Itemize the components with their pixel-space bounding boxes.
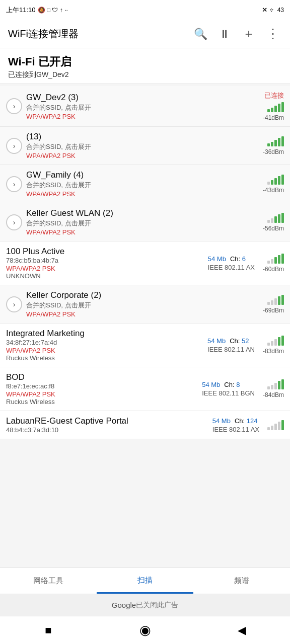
- signal-strength: -84dBm: [263, 391, 284, 398]
- network-security: WPA/WPA2 PSK: [26, 310, 259, 318]
- back-button[interactable]: ◀: [232, 620, 252, 640]
- list-item[interactable]: › GW_Dev2 (3) 合并的SSID, 点击展开 WPA/WPA2 PSK…: [0, 86, 290, 127]
- status-left: 上午11:10 🔕 □ 🛡 ↑ ··: [6, 6, 68, 15]
- list-item[interactable]: 100 Plus Active 78:8c:b5:ba:4b:7a WPA/WP…: [0, 242, 290, 285]
- network-right: -43dBm: [263, 175, 284, 194]
- network-mac: 78:8c:b5:ba:4b:7a: [6, 257, 204, 264]
- list-item[interactable]: › (13) 合并的SSID, 点击展开 WPA/WPA2 PSK -36dBm: [0, 127, 290, 165]
- network-right: -83dBm: [263, 336, 284, 355]
- network-subtitle: 合并的SSID, 点击展开: [26, 301, 259, 310]
- network-details: 54 Mb Ch: 124 IEEE 802.11 AX: [212, 417, 259, 433]
- add-button[interactable]: +: [240, 25, 258, 43]
- list-item[interactable]: › Keller Corporate (2) 合并的SSID, 点击展开 WPA…: [0, 285, 290, 324]
- network-standard: IEEE 802.11 AX: [208, 264, 255, 271]
- network-vendor: UNKNOWN: [6, 272, 204, 280]
- status-icons: 🔕 □ 🛡 ↑ ··: [38, 7, 68, 14]
- tab-scan[interactable]: 扫描: [97, 568, 193, 594]
- chevron-right-icon: ›: [13, 300, 16, 308]
- status-battery-icons: ✕ ᯤ 43: [262, 7, 284, 14]
- chevron-right-icon: ›: [13, 102, 16, 110]
- network-speed: 54 Mb: [207, 337, 226, 345]
- network-channel: Ch: 6: [230, 255, 246, 263]
- network-info: LabuanRE-Guest Captive Portal 48:b4:c3:7…: [6, 416, 208, 434]
- network-mac: 34:8f:27:1e:7a:4d: [6, 339, 203, 346]
- list-item[interactable]: › GW_Family (4) 合并的SSID, 点击展开 WPA/WPA2 P…: [0, 165, 290, 203]
- search-button[interactable]: 🔍: [191, 25, 209, 43]
- list-item[interactable]: Integrated Marketing 34:8f:27:1e:7a:4d W…: [0, 324, 290, 367]
- chevron-right-icon: ›: [13, 218, 16, 226]
- app-header: WiFi连接管理器 🔍 ⏸ + ⋮: [0, 20, 290, 48]
- tab-spectrum[interactable]: 频谱: [193, 568, 290, 594]
- signal-strength: -41dBm: [263, 114, 284, 121]
- network-details: 54 Mb Ch: 8 IEEE 802.11 BGN: [202, 381, 255, 397]
- chevron-right-icon: ›: [13, 142, 16, 150]
- network-speed: 54 Mb: [202, 381, 220, 388]
- recents-button[interactable]: ■: [38, 620, 58, 640]
- home-button[interactable]: ◉: [135, 620, 155, 640]
- circle-icon: ◉: [139, 622, 151, 638]
- network-security: WPA/WPA2 PSK: [26, 228, 259, 236]
- expand-button[interactable]: ›: [6, 138, 22, 154]
- pause-button[interactable]: ⏸: [215, 25, 234, 43]
- network-right: -56dBm: [263, 213, 284, 232]
- more-button[interactable]: ⋮: [264, 25, 282, 43]
- ad-bar: Google 已关闭此广告: [0, 594, 290, 616]
- ad-google-text: Google: [112, 601, 136, 609]
- network-mac: 48:b4:c3:7a:3d:10: [6, 426, 208, 434]
- signal-strength: -56dBm: [263, 225, 284, 232]
- status-right: ✕ ᯤ 43: [262, 7, 284, 14]
- wifi-connected-label: 已连接到GW_Dev2: [8, 70, 282, 79]
- list-item[interactable]: BOD f8:e7:1e:ec:ac:f8 WPA/WPA2 PSK Rucku…: [0, 367, 290, 411]
- wifi-on-label: Wi-Fi 已开启: [8, 54, 282, 69]
- network-security: WPA/WPA2 PSK: [26, 113, 259, 120]
- tab-network-tools[interactable]: 网络工具: [0, 568, 97, 594]
- status-time: 上午11:10: [6, 6, 36, 15]
- network-details: 54 Mb Ch: 6 IEEE 802.11 AX: [208, 255, 255, 271]
- network-subtitle: 合并的SSID, 点击展开: [26, 181, 259, 190]
- list-item[interactable]: LabuanRE-Guest Captive Portal 48:b4:c3:7…: [0, 411, 290, 439]
- network-list: › GW_Dev2 (3) 合并的SSID, 点击展开 WPA/WPA2 PSK…: [0, 86, 290, 439]
- network-info: BOD f8:e7:1e:ec:ac:f8 WPA/WPA2 PSK Rucku…: [6, 372, 198, 406]
- network-vendor: Ruckus Wireless: [6, 354, 203, 362]
- network-security: WPA/WPA2 PSK: [26, 190, 259, 198]
- network-speed: 54 Mb: [208, 255, 226, 263]
- network-vendor: Ruckus Wireless: [6, 398, 198, 406]
- network-security: WPA/WPA2 PSK: [6, 347, 203, 354]
- network-security: WPA/WPA2 PSK: [6, 390, 198, 398]
- connected-badge: 已连接: [264, 91, 284, 100]
- chevron-right-icon: ›: [13, 180, 16, 188]
- network-info: 100 Plus Active 78:8c:b5:ba:4b:7a WPA/WP…: [6, 247, 204, 280]
- network-info: GW_Dev2 (3) 合并的SSID, 点击展开 WPA/WPA2 PSK: [26, 93, 259, 120]
- network-standard: IEEE 802.11 AX: [212, 426, 259, 433]
- network-name: Keller Corporate (2): [26, 290, 259, 300]
- signal-bars-icon: [267, 136, 284, 146]
- network-security: WPA/WPA2 PSK: [6, 265, 204, 272]
- network-info: Keller Guest WLAN (2) 合并的SSID, 点击展开 WPA/…: [26, 208, 259, 236]
- expand-button[interactable]: ›: [6, 214, 22, 230]
- signal-bars-icon: [267, 254, 284, 264]
- list-item[interactable]: › Keller Guest WLAN (2) 合并的SSID, 点击展开 WP…: [0, 203, 290, 242]
- app-title: WiFi连接管理器: [8, 27, 185, 41]
- network-channel: Ch: 124: [235, 417, 258, 425]
- signal-bars-icon: [267, 420, 284, 430]
- bottom-tabs: 网络工具 扫描 频谱: [0, 568, 290, 594]
- network-name: (13): [26, 132, 259, 142]
- network-right: -69dBm: [263, 295, 284, 314]
- system-nav-bar: ■ ◉ ◀: [0, 616, 290, 644]
- network-security: WPA/WPA2 PSK: [26, 152, 259, 159]
- network-name: 100 Plus Active: [6, 247, 204, 257]
- signal-bars-icon: [267, 336, 284, 346]
- network-speed: 54 Mb: [212, 417, 231, 425]
- expand-button[interactable]: ›: [6, 176, 22, 192]
- network-name: GW_Dev2 (3): [26, 93, 259, 103]
- network-info: GW_Family (4) 合并的SSID, 点击展开 WPA/WPA2 PSK: [26, 170, 259, 198]
- expand-button[interactable]: ›: [6, 98, 22, 114]
- ad-closed-text: 已关闭此广告: [136, 601, 178, 610]
- expand-button[interactable]: ›: [6, 296, 22, 312]
- network-info: (13) 合并的SSID, 点击展开 WPA/WPA2 PSK: [26, 132, 259, 159]
- network-subtitle: 合并的SSID, 点击展开: [26, 219, 259, 228]
- back-arrow-icon: ◀: [238, 624, 246, 637]
- signal-strength: -83dBm: [263, 348, 284, 355]
- network-subtitle: 合并的SSID, 点击展开: [26, 142, 259, 151]
- network-right: -84dBm: [263, 379, 284, 398]
